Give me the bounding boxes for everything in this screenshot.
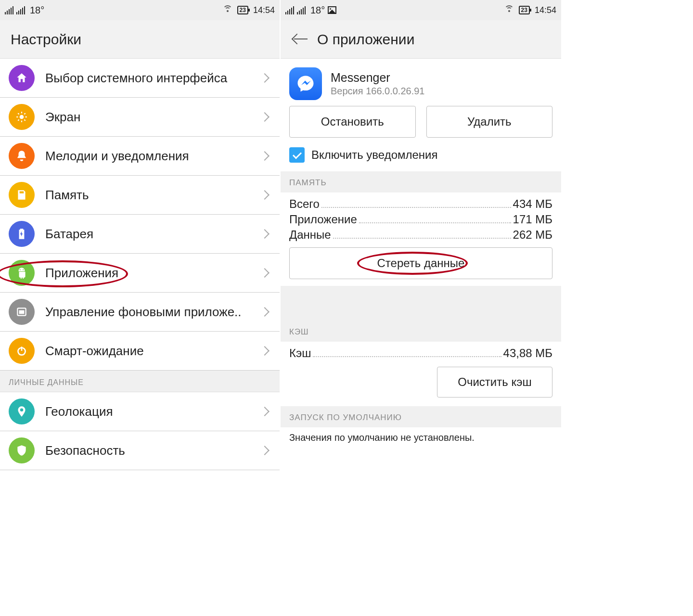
label: Безопасность [45, 443, 261, 458]
label: Мелодии и уведомления [45, 149, 261, 164]
item-system-ui[interactable]: Выбор системного интерфейса [0, 59, 280, 98]
picture-icon [328, 6, 336, 14]
settings-header: Настройки [0, 20, 280, 59]
item-display[interactable]: Экран [0, 98, 280, 137]
chevron-right-icon [260, 407, 270, 416]
chevron-right-icon [260, 112, 270, 122]
app-info-title: О приложении [317, 31, 414, 48]
chevron-right-icon [260, 73, 270, 83]
bell-icon [9, 143, 35, 169]
notifications-label: Включить уведомления [311, 148, 438, 162]
pin-icon [9, 398, 35, 424]
label: Смарт-ожидание [45, 344, 261, 359]
section-personal: ЛИЧНЫЕ ДАННЫЕ [0, 371, 280, 392]
item-battery[interactable]: Батарея [0, 215, 280, 254]
row-cache: Кэш43,88 МБ [289, 346, 552, 360]
label: Экран [45, 110, 261, 125]
temperature: 18° [30, 5, 44, 16]
app-name: Messenger [331, 71, 424, 85]
row-total: Всего434 МБ [289, 197, 552, 211]
app-summary: Messenger Версия 166.0.0.26.91 [281, 59, 561, 106]
shield-icon [9, 437, 35, 463]
wifi-icon [504, 5, 514, 15]
wifi-icon [223, 5, 232, 15]
item-security[interactable]: Безопасность [0, 431, 280, 470]
power-icon [9, 338, 35, 364]
svg-rect-12 [19, 310, 25, 314]
clock: 14:54 [253, 5, 275, 15]
defaults-note: Значения по умолчанию не установлены. [281, 427, 561, 448]
checkbox-checked-icon[interactable] [289, 147, 305, 163]
status-bar: 18° 23 14:54 [281, 0, 561, 20]
svg-point-9 [20, 269, 21, 270]
chevron-right-icon [260, 268, 270, 278]
notifications-checkbox-row[interactable]: Включить уведомления [281, 144, 561, 171]
svg-line-5 [18, 113, 19, 114]
back-button[interactable] [291, 30, 310, 49]
settings-list: Выбор системного интерфейса Экран Мелоди… [0, 59, 280, 470]
label: Геолокация [45, 404, 261, 419]
item-apps[interactable]: Приложения [0, 254, 280, 293]
item-storage[interactable]: Память [0, 176, 280, 215]
home-icon [9, 65, 35, 91]
item-smart-wait[interactable]: Смарт-ожидание [0, 332, 280, 371]
chevron-right-icon [260, 446, 270, 455]
sun-icon [9, 104, 35, 130]
row-app: Приложение171 МБ [289, 213, 552, 226]
item-background-apps[interactable]: Управление фоновыми приложе.. [0, 293, 280, 332]
settings-title: Настройки [11, 31, 81, 48]
launch-default-header: ЗАПУСК ПО УМОЛЧАНИЮ [281, 406, 561, 427]
erase-data-label: Стереть данные [377, 257, 465, 270]
app-info-pane: 18° 23 14:54 О приложении Messenger Верс… [281, 0, 561, 470]
chevron-right-icon [260, 151, 270, 161]
clear-cache-button[interactable]: Очистить кэш [437, 367, 552, 398]
app-info-header: О приложении [281, 20, 561, 59]
svg-line-8 [24, 113, 25, 114]
temperature: 18° [310, 5, 325, 16]
item-sound[interactable]: Мелодии и уведомления [0, 137, 280, 176]
chevron-right-icon [260, 190, 270, 200]
cache-header: КЭШ [281, 321, 561, 342]
battery-icon [9, 221, 35, 247]
stop-button[interactable]: Остановить [289, 106, 416, 138]
svg-line-6 [24, 119, 25, 120]
label: Выбор системного интерфейса [45, 71, 261, 86]
battery-icon: 23 [237, 6, 248, 14]
window-icon [9, 299, 35, 325]
chevron-right-icon [260, 307, 270, 317]
svg-point-0 [20, 115, 24, 119]
label: Батарея [45, 227, 261, 242]
signal-icon-2 [16, 6, 25, 14]
spacer [281, 286, 561, 321]
messenger-icon [289, 67, 322, 100]
row-data: Данные262 МБ [289, 228, 552, 242]
signal-icon-1 [285, 6, 294, 14]
svg-line-7 [18, 119, 19, 120]
battery-icon: 23 [519, 6, 530, 14]
signal-icon-1 [5, 6, 13, 14]
save-icon [9, 182, 35, 208]
chevron-right-icon [260, 229, 270, 239]
android-icon [9, 260, 35, 286]
item-geolocation[interactable]: Геолокация [0, 392, 280, 431]
settings-pane: 18° 23 14:54 Настройки Выбор системного … [0, 0, 281, 470]
svg-point-10 [23, 269, 24, 270]
label: Управление фоновыми приложе.. [45, 305, 261, 320]
app-version: Версия 166.0.0.26.91 [331, 86, 424, 97]
status-bar: 18° 23 14:54 [0, 0, 280, 20]
label: Приложения [45, 266, 261, 281]
chevron-right-icon [260, 346, 270, 356]
label: Память [45, 188, 261, 203]
clock: 14:54 [535, 5, 556, 15]
signal-icon-2 [297, 6, 306, 14]
memory-header: ПАМЯТЬ [281, 171, 561, 192]
delete-button[interactable]: Удалить [426, 106, 553, 138]
erase-data-button[interactable]: Стереть данные [289, 247, 552, 279]
